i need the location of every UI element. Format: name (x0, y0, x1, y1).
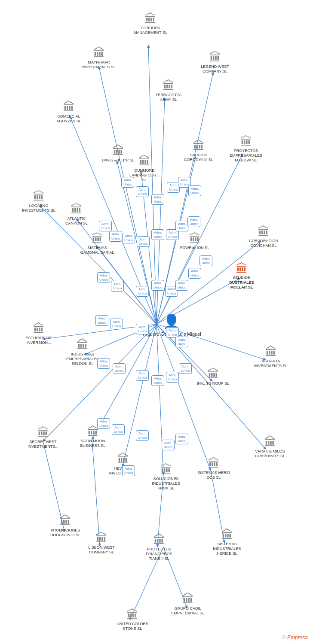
adm-badge[interactable]: Adm.Unico (122, 233, 135, 243)
adm-badge[interactable]: Adm.Unico (166, 372, 179, 383)
node-varak-milos[interactable]: 🏛 VARAK & MILOS CORPORATE SL (253, 436, 287, 459)
building-icon: 🏛 (71, 204, 83, 216)
building-icon: 🏛 (33, 323, 45, 335)
building-icon: 🏛 (264, 436, 276, 448)
building-icon: 🏛 (37, 427, 49, 439)
building-icon: 🏛 (163, 80, 175, 92)
adm-badge[interactable]: Adm.Unico (151, 229, 164, 240)
adm-badge[interactable]: Adm.Unico (136, 324, 149, 334)
adm-badge[interactable]: Adm.Unico (151, 375, 164, 386)
node-label: INDUSTRIAS EMPRESARIALES SELDON SL (65, 352, 100, 366)
node-agharta[interactable]: 🏛 AGHARTA INVESTMENTS SL (254, 346, 288, 368)
adm-badge[interactable]: Adm.Unico (187, 216, 200, 227)
node-locarno[interactable]: 🏛 LOCARNO INVESTMENTS SL (21, 191, 56, 213)
node-label: STUDIOS DUSTRIALES MOLLAR SL (224, 276, 259, 289)
node-label: SISTEMAS HERZI DOS SL (196, 471, 231, 480)
brand-name: Empresa (287, 635, 308, 641)
adm-badge[interactable]: Adm.Unico (188, 268, 201, 279)
adm-badge[interactable]: Adm.Unico (99, 221, 112, 231)
node-promociones[interactable]: 🏛 PROMOCIONES DODGSON III SL (48, 515, 83, 538)
adm-badge[interactable]: Adm.Unico (97, 358, 110, 369)
node-industrias[interactable]: 🏛 INDUSTRIAS EMPRESARIALES SELDON SL (65, 339, 100, 366)
adm-badge[interactable]: Adm.Unico (136, 286, 149, 297)
building-icon: 🏛 (126, 609, 138, 621)
building-icon: 🏛 (193, 140, 205, 152)
node-atlantic[interactable]: 🏛 ATLANTIC CANYON SL (59, 204, 94, 226)
adm-badge[interactable]: Adm.Unico (188, 185, 201, 196)
svg-line-21 (156, 324, 266, 449)
adm-badge[interactable]: Adm.Unico (136, 186, 149, 197)
node-satin-moon[interactable]: 🏛 SATIN MOON BUSINESS SL (76, 426, 110, 448)
adm-badge[interactable]: Adm.Unico (162, 440, 175, 450)
node-label: LOCARNO INVESTMENTS SL (21, 204, 56, 213)
node-label: SISTEMAS GAMONAL SARIAL (80, 246, 114, 255)
node-label: SISTEMAS INDUSTRIALES HERICE SL (210, 542, 244, 556)
node-sistemas-herzi[interactable]: 🏛 SISTEMAS HERZI DOS SL (196, 458, 231, 480)
node-label: ESTUDIOS DE INVERSION... (21, 336, 56, 345)
adm-badge[interactable]: Adm.Unico (175, 434, 188, 444)
adm-badge[interactable]: Adm.Unico (175, 280, 188, 291)
building-icon: 🏛 (91, 233, 103, 245)
adm-badge[interactable]: Adm.Unico (175, 337, 188, 347)
building-icon-highlight: 🏛 (236, 263, 248, 275)
adm-badge[interactable]: Adm.Unico (121, 177, 134, 188)
building-icon: 🏛 (240, 136, 252, 148)
node-label: SECRET NEST INVESTMENTS... (26, 440, 60, 449)
adm-badge[interactable]: Adm.Unico (112, 424, 125, 435)
node-proyectos-fin[interactable]: 🏛 PROYECTOS FINANCIEROS TIANE II SL (142, 534, 176, 561)
node-soluciones[interactable]: 🏛 SOLUCIONES INDUSTRIALES KNOX SL (149, 464, 183, 490)
adm-badge[interactable]: Adm.Unico (113, 363, 126, 374)
adm-badge[interactable]: Adm.Unico (97, 418, 110, 429)
adm-badge[interactable]: Adm.Unico (97, 272, 110, 283)
building-icon: 🏛 (63, 101, 75, 113)
adm-badge[interactable]: Adm.Unico (199, 255, 212, 266)
node-label: UNITED COLORS STONE SL (115, 622, 150, 631)
node-label: POWELL ION SL (180, 246, 209, 250)
node-legend-west[interactable]: 🏛 LEGEND WEST COMPANY SL (198, 52, 232, 74)
node-studios-dustriales[interactable]: 🏛 STUDIOS DUSTRIALES MOLLAR SL (224, 263, 259, 289)
building-icon: 🏛 (209, 52, 221, 64)
adm-badge[interactable]: Adm.Unico (137, 236, 150, 247)
adm-badge[interactable]: Adm.Unico (136, 370, 149, 381)
building-icon: 🏛 (258, 226, 270, 238)
svg-line-13 (97, 246, 156, 324)
node-sistemas-herice[interactable]: 🏛 SISTEMAS INDUSTRIALES HERICE SL (210, 529, 244, 556)
svg-line-9 (40, 205, 156, 324)
node-label: PROYECTOS FINANCIEROS TIANE II SL (142, 547, 176, 561)
adm-badge[interactable]: Adm.Unico (136, 430, 149, 441)
svg-line-22 (123, 324, 156, 466)
adm-badge[interactable]: Adm.Unico (151, 194, 164, 205)
node-label: STUDIOS CORCOYA III SL (181, 153, 216, 162)
node-secret-nest[interactable]: 🏛 SECRET NEST INVESTMENTS... (26, 427, 60, 449)
adm-badge[interactable]: Adm.Unico (110, 319, 123, 329)
node-label: COMERCIAL AGOYZEN SL (52, 114, 86, 124)
adm-badge[interactable]: Adm.Unico (151, 280, 164, 291)
node-estudios[interactable]: 🏛 ESTUDIOS DE INVERSION... (21, 323, 56, 345)
node-label: VARAK & MILOS CORPORATE SL (253, 449, 287, 459)
node-label: PROYECTOS EMPRESARIALES MANILVA SL (229, 149, 263, 162)
adm-badge[interactable]: Adm.Unico (109, 231, 122, 242)
node-powell[interactable]: 🏛 POWELL ION SL (180, 233, 209, 250)
building-icon: 🏛 (160, 464, 172, 476)
node-studios-corcoya[interactable]: 🏛 STUDIOS CORCOYA III SL (181, 140, 216, 162)
node-corporacion[interactable]: 🏛 CORPORACION COVICHAN SL (246, 226, 281, 248)
node-label: MAYN- MAR INVESTMENTS SL (82, 60, 116, 70)
node-mayn-mar[interactable]: 🏛 MAYN- MAR INVESTMENTS SL (82, 47, 116, 70)
adm-badge[interactable]: Adm.Unico (122, 465, 135, 476)
node-lisbon-west[interactable]: 🏛 LISBON WEST COMPANY SL (84, 532, 119, 555)
adm-badge[interactable]: Adm.Unico (179, 363, 192, 374)
node-cordoba[interactable]: 🏛 CORDOBA MANAGEMENT SL (133, 13, 168, 35)
building-icon: 🏛 (207, 368, 219, 380)
node-proyectos-manilva[interactable]: 🏛 PROYECTOS EMPRESARIALES MANILVA SL (229, 136, 263, 162)
node-inv-group[interactable]: 🏛 INV...TS ROUP SL (197, 368, 229, 386)
node-label: LISBON WEST COMPANY SL (84, 545, 119, 555)
node-grupo-cadil[interactable]: 🏛 GRUPO CADIL EMPRESARIAL SL (171, 593, 205, 616)
node-comercial[interactable]: 🏛 COMERCIAL AGOYZEN SL (52, 101, 86, 124)
node-united-colors[interactable]: 🏛 UNITED COLORS STONE SL (115, 609, 150, 631)
node-label: AGHARTA INVESTMENTS SL (254, 359, 288, 368)
adm-badge[interactable]: Adm.Unico (111, 281, 124, 292)
adm-badge[interactable]: Adm.Unico (95, 315, 108, 326)
building-icon: 🏛 (112, 145, 124, 157)
node-terracotta[interactable]: 🏛 TERRACOTTA ARMY SL (151, 80, 186, 102)
adm-badge[interactable]: Adm.Unico (175, 221, 188, 231)
